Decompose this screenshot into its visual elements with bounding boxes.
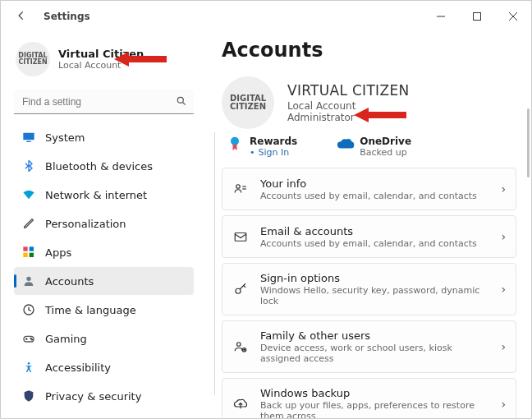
key-icon xyxy=(232,281,249,297)
svg-point-12 xyxy=(26,277,30,281)
content: Accounts DIGITAL CITIZEN VIRTUAL CITIZEN… xyxy=(202,32,531,419)
search-icon xyxy=(176,95,187,109)
mini-sub: Backed up xyxy=(360,147,411,158)
mini-link[interactable]: •Sign In xyxy=(250,147,297,158)
svg-point-4 xyxy=(177,97,183,103)
card-title: Sign-in options xyxy=(260,272,489,284)
window-controls xyxy=(423,1,531,32)
profile-role: Administrator xyxy=(287,112,409,123)
svg-point-18 xyxy=(231,137,239,145)
sidebar-item-bluetooth[interactable]: Bluetooth & devices xyxy=(14,152,194,180)
svg-rect-10 xyxy=(23,253,27,257)
card-title: Your info xyxy=(260,177,489,190)
svg-point-24 xyxy=(237,343,241,347)
divider xyxy=(214,132,215,395)
mail-icon xyxy=(232,228,249,245)
search-box[interactable] xyxy=(14,90,194,114)
onedrive-card[interactable]: OneDrive Backed up xyxy=(337,136,411,158)
avatar: DIGITAL CITIZEN xyxy=(16,42,50,76)
svg-rect-7 xyxy=(26,141,30,142)
card-subtitle: Device access, work or school users, kio… xyxy=(260,343,489,364)
person-icon xyxy=(22,274,35,288)
card-subtitle: Accounts used by email, calendar, and co… xyxy=(260,238,489,249)
bluetooth-icon xyxy=(22,159,35,173)
sidebar-item-privacy[interactable]: Privacy & security xyxy=(14,382,194,410)
card-backup[interactable]: Windows backup Back up your files, apps,… xyxy=(222,378,516,419)
card-subtitle: Back up your files, apps, preferences to… xyxy=(260,400,489,419)
avatar: DIGITAL CITIZEN xyxy=(222,76,274,129)
sidebar-item-label: Bluetooth & devices xyxy=(45,160,153,173)
card-subtitle: Windows Hello, security key, password, d… xyxy=(260,285,489,306)
sidebar-item-label: Personalization xyxy=(45,218,126,230)
cloud-icon xyxy=(337,136,353,152)
mini-cards: Rewards •Sign In OneDrive Backed up xyxy=(227,136,516,158)
sidebar-item-label: Accessibility xyxy=(45,361,111,374)
mini-title: Rewards xyxy=(250,136,297,147)
clock-icon xyxy=(22,303,35,316)
paint-icon xyxy=(22,217,35,230)
chevron-right-icon: › xyxy=(501,340,506,353)
card-title: Family & other users xyxy=(260,329,489,342)
svg-point-23 xyxy=(236,288,241,293)
card-your-info[interactable]: Your info Accounts used by email, calend… xyxy=(222,168,516,210)
svg-point-17 xyxy=(28,362,30,365)
scrollbar[interactable] xyxy=(527,108,530,177)
sidebar-item-gaming[interactable]: Gaming xyxy=(14,325,194,352)
backup-icon xyxy=(232,396,249,412)
sidebar-item-accounts[interactable]: Accounts xyxy=(14,267,194,295)
card-title: Email & accounts xyxy=(260,225,489,237)
person-card-icon xyxy=(232,181,249,197)
svg-rect-9 xyxy=(30,246,34,251)
nav-list: System Bluetooth & devices Network & int… xyxy=(12,122,199,419)
svg-rect-11 xyxy=(30,253,34,257)
sidebar-item-label: Network & internet xyxy=(45,189,147,201)
sidebar-item-time[interactable]: Time & language xyxy=(14,296,194,324)
svg-point-16 xyxy=(31,339,32,340)
close-button[interactable] xyxy=(495,1,531,32)
card-email[interactable]: Email & accounts Accounts used by email,… xyxy=(222,215,516,258)
page-title: Accounts xyxy=(222,39,516,62)
sidebar: DIGITAL CITIZEN Virtual Citizen Local Ac… xyxy=(1,32,202,419)
sidebar-item-label: Accounts xyxy=(45,275,94,288)
svg-rect-22 xyxy=(235,233,246,242)
titlebar: Settings xyxy=(1,1,531,32)
rewards-icon xyxy=(227,136,243,152)
wifi-icon xyxy=(22,188,35,201)
svg-rect-8 xyxy=(23,246,27,251)
rewards-card[interactable]: Rewards •Sign In xyxy=(227,136,297,158)
sidebar-item-network[interactable]: Network & internet xyxy=(14,181,194,209)
system-icon xyxy=(22,131,35,144)
svg-point-19 xyxy=(236,185,241,189)
user-name: Virtual Citizen xyxy=(58,48,144,60)
card-signin[interactable]: Sign-in options Windows Hello, security … xyxy=(222,263,516,315)
sidebar-item-label: Gaming xyxy=(45,333,87,345)
card-subtitle: Accounts used by email, calendar, and co… xyxy=(260,191,489,201)
accessibility-icon xyxy=(22,361,35,374)
sidebar-item-label: Apps xyxy=(45,246,71,259)
chevron-right-icon: › xyxy=(501,230,506,243)
mini-title: OneDrive xyxy=(360,136,411,147)
sidebar-item-update[interactable]: Windows Update xyxy=(14,411,194,419)
svg-rect-1 xyxy=(474,13,481,21)
profile-type: Local Account xyxy=(287,100,409,112)
sidebar-item-personalization[interactable]: Personalization xyxy=(14,210,194,237)
sidebar-item-apps[interactable]: Apps xyxy=(14,238,194,266)
sidebar-item-system[interactable]: System xyxy=(14,123,194,151)
people-icon xyxy=(232,338,249,355)
back-button[interactable] xyxy=(11,10,32,24)
app-title: Settings xyxy=(44,11,90,22)
maximize-button[interactable] xyxy=(459,1,495,32)
chevron-right-icon: › xyxy=(501,283,506,296)
card-family[interactable]: Family & other users Device access, work… xyxy=(222,320,516,373)
settings-cards: Your info Accounts used by email, calend… xyxy=(222,168,516,419)
sidebar-item-accessibility[interactable]: Accessibility xyxy=(14,353,194,381)
shield-icon xyxy=(22,389,35,403)
svg-line-5 xyxy=(183,103,186,105)
svg-rect-6 xyxy=(23,133,34,140)
sidebar-user[interactable]: DIGITAL CITIZEN Virtual Citizen Local Ac… xyxy=(12,37,199,86)
profile-block: DIGITAL CITIZEN VIRTUAL CITIZEN Local Ac… xyxy=(222,76,516,129)
chevron-right-icon: › xyxy=(501,398,506,411)
sidebar-item-label: Privacy & security xyxy=(45,390,141,403)
search-input[interactable] xyxy=(14,90,194,114)
minimize-button[interactable] xyxy=(423,1,459,32)
